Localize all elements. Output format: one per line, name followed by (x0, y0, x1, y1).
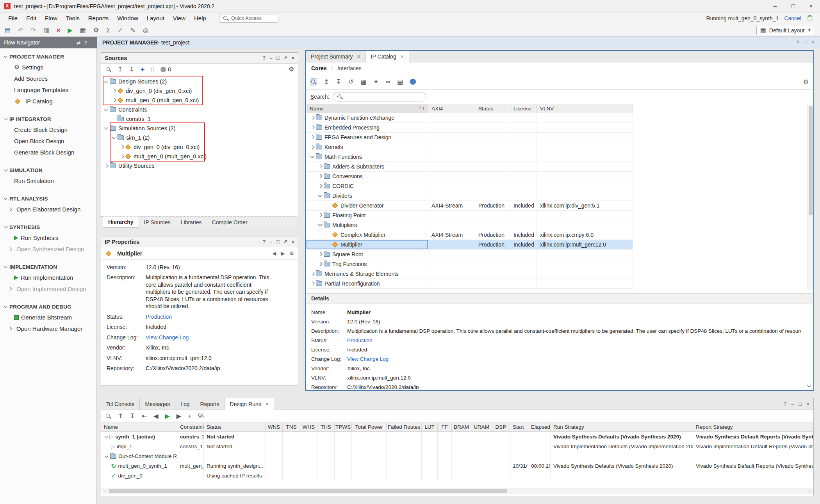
link-icon[interactable]: ∞ (386, 79, 390, 85)
scrollbar-thumb[interactable] (809, 106, 813, 215)
ip-catalog-row[interactable]: MultiplierProductionIncludedxilinx.com:i… (307, 240, 633, 250)
chevron-right-icon[interactable] (7, 247, 12, 252)
probe-icon[interactable]: ◎ (143, 27, 148, 34)
flownav-item-open-implemented-design[interactable]: Open Implemented Design (0, 283, 96, 295)
column-header-constraints[interactable]: Constraints (177, 422, 204, 431)
maximize-button[interactable]: □ (784, 0, 802, 12)
chevron-right-icon[interactable] (119, 154, 125, 159)
flownav-item-add-sources[interactable]: Add Sources (0, 73, 96, 84)
close-icon[interactable]: × (806, 401, 809, 406)
scrollbar-track[interactable] (108, 488, 806, 494)
ip-catalog-row[interactable]: FPGA Features and Design (307, 133, 633, 142)
column-header-bram[interactable]: BRAM (452, 422, 471, 431)
chevron-down-icon[interactable] (317, 193, 323, 199)
menu-edit[interactable]: Edit (22, 13, 41, 23)
tab-tcl-console[interactable]: Tcl Console (101, 398, 140, 410)
settings-icon[interactable]: ⚙ (93, 27, 99, 34)
messages-badge[interactable]: 0 (160, 66, 171, 73)
ip-catalog-row[interactable]: Multipliers (307, 220, 633, 230)
column-header-name[interactable]: Name^ 1 (307, 104, 428, 113)
menu-view[interactable]: View (169, 13, 190, 23)
quick-access-search[interactable] (219, 14, 278, 23)
detail-value[interactable]: Production (347, 337, 373, 343)
restore-icon[interactable]: ↺ (348, 79, 353, 85)
ip-catalog-row[interactable]: Complex MultiplierAXI4-StreamProductionI… (307, 230, 633, 240)
help-icon[interactable]: ? (84, 40, 87, 45)
run-icon[interactable]: ▶ (68, 27, 72, 34)
layout-selector[interactable]: ▦ Default Layout ▼ (756, 26, 815, 35)
chevron-right-icon[interactable] (111, 98, 117, 103)
design-run-row[interactable]: Out-of-Context Module Runs (101, 451, 813, 461)
property-value[interactable]: View Change Log (146, 334, 189, 341)
chevron-right-icon[interactable] (317, 261, 323, 267)
quick-access-input[interactable] (231, 15, 274, 21)
chevron-down-icon[interactable] (3, 304, 9, 309)
column-header-ff[interactable]: FF (438, 422, 452, 431)
chevron-down-icon[interactable] (806, 383, 812, 389)
minimize-icon[interactable]: – (91, 40, 93, 45)
column-header-license[interactable]: License (510, 104, 537, 113)
percent-icon[interactable]: % (198, 413, 204, 419)
chevron-right-icon[interactable] (317, 164, 323, 169)
back-icon[interactable]: ◀ (272, 251, 276, 256)
chevron-down-icon[interactable] (103, 79, 109, 84)
column-header-total-power[interactable]: Total Power (352, 422, 387, 431)
chevron-right-icon[interactable] (119, 144, 125, 150)
chevron-down-icon[interactable] (3, 264, 9, 270)
close-button[interactable]: × (802, 0, 820, 12)
chevron-down-icon[interactable] (103, 126, 109, 131)
design-run-row[interactable]: ✓div_gen_0Using cached IP results (101, 471, 813, 481)
flownav-item-language-templates[interactable]: Language Templates (0, 84, 96, 96)
menu-layout[interactable]: Layout (143, 13, 169, 23)
tab-ip-sources[interactable]: IP Sources (139, 217, 176, 228)
flownav-item-ip-catalog[interactable]: IP Catalog (0, 96, 96, 107)
flownav-item-open-synthesized-design[interactable]: Open Synthesized Design (0, 243, 96, 255)
expand-all-icon[interactable]: ↧ (336, 79, 341, 85)
flownav-item-open-hardware-manager[interactable]: Open Hardware Manager (0, 323, 96, 334)
source-tree-item[interactable]: div_gen_0(div_gen_0.xci) (101, 86, 298, 96)
help-icon[interactable]: ? (784, 401, 786, 406)
search-icon[interactable] (310, 79, 317, 85)
flownav-item-settings[interactable]: ⚙Settings (0, 62, 96, 73)
column-header-tpws[interactable]: TPWS (335, 422, 352, 431)
help-icon[interactable]: ? (262, 239, 266, 244)
ip-catalog-row[interactable]: Square Root (307, 250, 633, 259)
close-icon[interactable]: × (266, 401, 269, 407)
minimize-icon[interactable]: – (791, 401, 794, 406)
undo-icon[interactable]: ↶ (18, 27, 23, 34)
ip-catalog-row[interactable]: Dynamic Function eXchange (307, 113, 633, 123)
flownav-section-header[interactable]: RTL ANALYSIS (0, 193, 96, 204)
close-icon[interactable]: × (291, 239, 294, 244)
column-header-status[interactable]: Status (475, 104, 510, 113)
horizontal-scrollbar[interactable]: ‹ › (102, 488, 813, 494)
column-header-ths[interactable]: THS (317, 422, 335, 431)
ip-catalog-row[interactable]: Math Functions (307, 152, 633, 162)
column-header-status[interactable]: Status (204, 422, 266, 431)
catalog-search-input[interactable] (333, 92, 426, 101)
ip-catalog-row[interactable]: Trig Functions (307, 259, 633, 269)
edit-icon[interactable]: ✎ (130, 27, 135, 34)
search-icon[interactable] (105, 66, 111, 73)
collapse-all-icon[interactable]: ↥ (324, 79, 329, 85)
first-icon[interactable]: ⇤ (142, 413, 147, 419)
source-tree-item[interactable]: Utility Sources (101, 161, 298, 170)
column-header-elapsed[interactable]: Elapsed (528, 422, 551, 431)
column-header-whs[interactable]: WHS (300, 422, 317, 431)
run-icon[interactable]: ▶ (165, 413, 170, 419)
chevron-right-icon[interactable] (103, 163, 109, 169)
float-icon[interactable]: ↗ (283, 55, 288, 60)
column-header-uram[interactable]: URAM (471, 422, 492, 431)
column-header-run-strategy[interactable]: Run Strategy (551, 422, 693, 431)
chevron-right-icon[interactable] (310, 281, 315, 286)
source-tree-item[interactable]: mult_gen_0(mult_gen_0.xci) (101, 152, 298, 161)
close-icon[interactable]: × (811, 40, 815, 45)
tab-design-runs[interactable]: Design Runs× (225, 398, 274, 410)
expand-all-icon[interactable]: ↧ (129, 66, 134, 73)
chevron-right-icon[interactable] (111, 88, 117, 94)
chevron-right-icon[interactable] (310, 144, 315, 150)
collapse-all-icon[interactable]: ↥ (118, 66, 123, 73)
tab-messages[interactable]: Messages (140, 398, 175, 410)
column-header-dsp[interactable]: DSP (492, 422, 510, 431)
menu-file[interactable]: File (4, 13, 22, 23)
gear-icon[interactable]: ⚙ (289, 251, 294, 256)
